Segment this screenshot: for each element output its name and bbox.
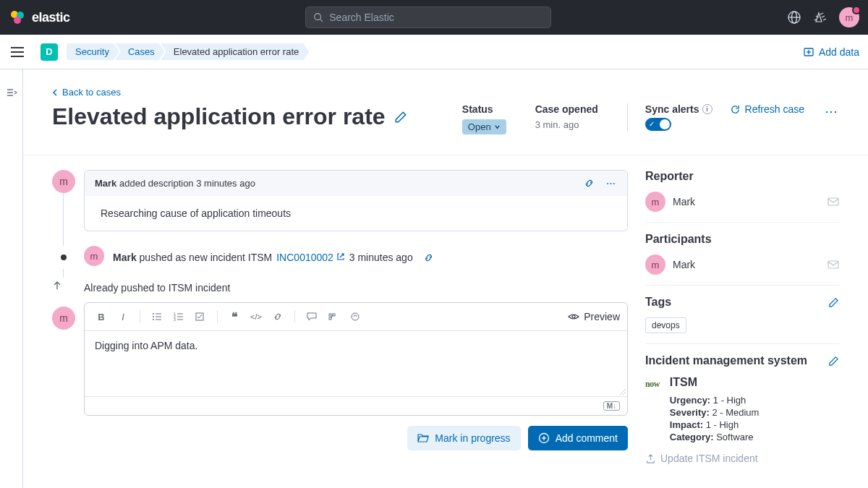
info-icon[interactable]: i — [702, 104, 712, 114]
svg-point-29 — [572, 315, 575, 318]
mark-in-progress-button[interactable]: Mark in progress — [407, 426, 520, 450]
external-link-icon — [336, 252, 345, 261]
quote-button[interactable]: ❝ — [225, 307, 244, 326]
comment-editor: B I 123 ❝ </> — [84, 302, 628, 416]
search-icon — [313, 12, 323, 22]
refresh-case-link[interactable]: Refresh case — [730, 103, 804, 115]
sync-alerts-toggle[interactable]: ✓ — [645, 118, 671, 131]
comment-actions-menu[interactable]: ⋯ — [606, 178, 617, 189]
bold-button[interactable]: B — [92, 307, 111, 326]
comment-textarea[interactable]: Digging into APM data. — [85, 331, 627, 396]
elastic-logo-icon — [9, 9, 26, 26]
push-arrow-icon — [52, 278, 75, 294]
app-nav: D Security Cases Elevated application er… — [0, 35, 868, 69]
link-button[interactable] — [268, 307, 287, 326]
sync-alerts-label: Sync alerts i — [645, 103, 712, 115]
svg-point-3 — [315, 14, 321, 20]
back-to-cases-link[interactable]: Back to cases — [52, 87, 839, 98]
svg-rect-36 — [828, 261, 838, 268]
case-page: Back to cases Elevated application error… — [23, 69, 868, 488]
push-event: Mark pushed as new incident ITSM INC0010… — [113, 246, 628, 266]
brand-text: elastic — [32, 10, 70, 25]
cheer-icon[interactable] — [813, 10, 827, 25]
breadcrumb: Security Cases Elevated application erro… — [67, 43, 309, 60]
code-button[interactable]: </> — [247, 307, 265, 326]
svg-rect-24 — [329, 314, 331, 316]
servicenow-logo: now — [645, 379, 660, 390]
eye-icon — [568, 311, 579, 322]
resize-handle[interactable] — [618, 388, 626, 395]
avatar: m — [645, 192, 665, 212]
update-itsm-button[interactable]: Update ITSM incident — [645, 453, 839, 464]
status-block: Status Open — [462, 103, 506, 134]
edit-ims-icon[interactable] — [828, 356, 839, 367]
preview-button[interactable]: Preview — [568, 311, 620, 322]
permalink-icon[interactable] — [584, 178, 595, 189]
brand[interactable]: elastic — [9, 9, 70, 26]
avatar: m — [52, 307, 75, 330]
svg-line-4 — [320, 20, 323, 22]
case-actions-menu[interactable]: ⋯ — [825, 103, 839, 119]
connector-name: ITSM — [670, 376, 760, 389]
tag-chip: devops — [645, 317, 686, 333]
plus-circle-icon — [538, 432, 550, 444]
ul-button[interactable] — [148, 307, 166, 326]
svg-point-12 — [153, 316, 154, 317]
pushed-note: Already pushed to ITSM incident — [84, 278, 628, 294]
insight-icon-button[interactable] — [324, 307, 343, 326]
refresh-icon — [730, 104, 741, 115]
user-avatar[interactable]: m — [839, 7, 859, 27]
permalink-icon[interactable] — [423, 252, 434, 263]
participant-name: Mark — [673, 259, 695, 270]
description-comment: Mark added description 3 minutes ago ⋯ R… — [84, 170, 628, 231]
mail-icon[interactable] — [827, 196, 839, 207]
svg-point-28 — [352, 313, 359, 320]
chevron-down-icon — [494, 124, 501, 130]
tags-title: Tags — [645, 296, 839, 309]
space-selector[interactable]: D — [41, 43, 58, 61]
collapse-rail-icon[interactable] — [6, 87, 17, 98]
checklist-button[interactable] — [191, 307, 210, 326]
avatar: m — [84, 246, 104, 266]
breadcrumb-current: Elevated application error rate — [161, 43, 309, 60]
status-dropdown[interactable]: Open — [462, 119, 506, 134]
add-data-link[interactable]: Add data — [803, 46, 859, 58]
svg-text:3: 3 — [174, 317, 176, 322]
reporter-title: Reporter — [645, 170, 839, 183]
description-body: Researching cause of application timeout… — [85, 196, 627, 231]
svg-rect-35 — [828, 198, 838, 205]
reporter-name: Mark — [673, 196, 695, 207]
ol-button[interactable]: 123 — [169, 307, 188, 326]
timeline-dot — [61, 254, 67, 260]
timeline-rail — [0, 69, 23, 488]
svg-rect-26 — [333, 314, 335, 316]
newsfeed-icon[interactable] — [787, 10, 801, 25]
breadcrumb-cases[interactable]: Cases — [115, 43, 165, 60]
participants-title: Participants — [645, 233, 839, 246]
add-data-icon — [803, 46, 814, 58]
nav-toggle-icon[interactable] — [9, 43, 26, 61]
svg-point-2 — [14, 17, 21, 24]
add-comment-button[interactable]: Add comment — [528, 426, 628, 450]
lens-icon-button[interactable] — [346, 307, 365, 326]
markdown-help-button[interactable]: M↓ — [603, 401, 620, 411]
incident-ref-link[interactable]: INC0010002 — [276, 252, 345, 263]
italic-button[interactable]: I — [114, 307, 132, 326]
svg-line-30 — [620, 389, 626, 395]
svg-line-31 — [623, 392, 626, 395]
svg-point-13 — [153, 319, 154, 320]
svg-rect-25 — [329, 317, 331, 320]
avatar: m — [645, 254, 665, 275]
folder-open-icon — [417, 432, 429, 444]
ims-title: Incident management system — [645, 354, 839, 367]
mail-icon[interactable] — [827, 259, 839, 270]
edit-tags-icon[interactable] — [828, 297, 839, 308]
comment-icon-button[interactable] — [302, 307, 321, 326]
breadcrumb-security[interactable]: Security — [67, 43, 119, 60]
opened-block: Case opened 3 min. ago — [535, 103, 598, 130]
svg-point-11 — [153, 313, 154, 314]
upload-icon — [645, 453, 656, 464]
global-search[interactable]: Search Elastic — [305, 7, 551, 28]
page-title: Elevated application error rate — [52, 103, 462, 130]
edit-title-icon[interactable] — [394, 111, 407, 124]
